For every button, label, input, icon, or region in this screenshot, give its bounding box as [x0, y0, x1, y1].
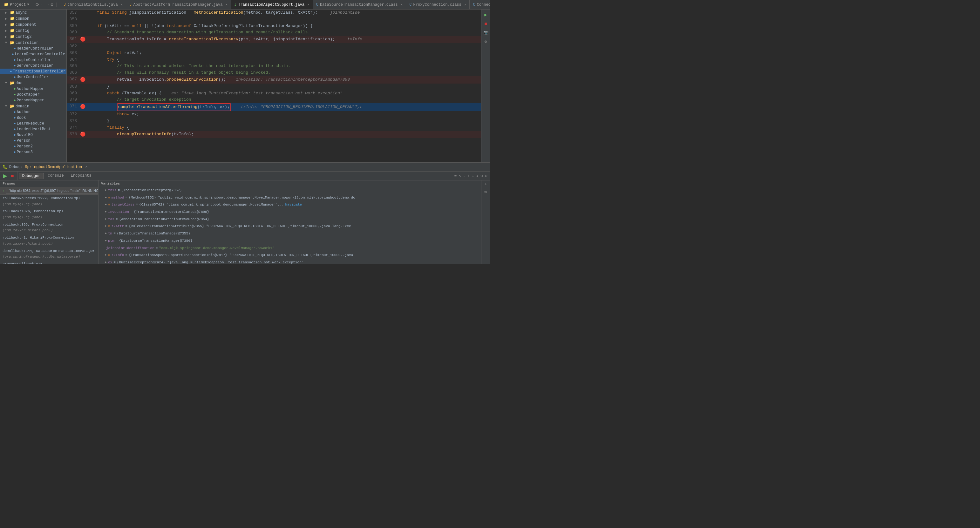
tab-close-icon[interactable]: × — [121, 3, 123, 7]
nav-prev-icon[interactable]: ← — [41, 2, 44, 7]
frame-item-dorollback[interactable]: doRollback:344, DataSourceTransactionMan… — [67, 248, 98, 261]
sidebar-item-config2[interactable]: ▶ 📁 config2 — [0, 34, 67, 40]
java-icon: J — [129, 3, 132, 7]
expand-var-icon[interactable]: ▶ — [105, 223, 107, 229]
breakpoint-icon[interactable]: 🔴 — [80, 132, 86, 137]
frame-item-rollbacknochecks[interactable]: rollbackNoChecks:1929, ConnectionImpl (c… — [67, 195, 98, 208]
sidebar-item-servercontroller[interactable]: ● ServerController — [0, 63, 67, 68]
file-icon: ● — [14, 133, 16, 137]
frame-item-processrollback[interactable]: processRollback:835, AbstractPlatformTra… — [67, 261, 98, 264]
sidebar-item-common[interactable]: ▶ 📁 common — [0, 16, 67, 22]
breakpoints-icon[interactable]: ⊙ — [480, 173, 481, 178]
sidebar-item-learnresouce[interactable]: ● LearnResouce — [0, 121, 67, 126]
tab-chronization[interactable]: J chronizationUtils.java × — [60, 0, 126, 9]
sidebar-item-label: ServerController — [17, 64, 53, 68]
sidebar-item-headercontroller[interactable]: ● HeaderController — [0, 46, 67, 51]
file-icon: ● — [14, 116, 16, 120]
thread-select[interactable]: "http-nio-8081-exec-2"@6,897 in group "m… — [67, 188, 99, 194]
nav-next-icon[interactable]: → — [46, 2, 49, 7]
tab-endpoints[interactable]: Endpoints — [68, 173, 95, 179]
expand-var-icon[interactable]: ▶ — [105, 216, 107, 222]
thread-row: ✓ "http-nio-8081-exec-2"@6,897 in group … — [67, 187, 98, 195]
expand-var-icon[interactable]: ▶ — [105, 202, 107, 207]
sidebar-item-transactionalcontroller[interactable]: ● TransactionalController — [0, 68, 67, 74]
tab-transaction-aspect[interactable]: J TransactionAspectSupport.java × — [231, 0, 313, 9]
folder-icon: 📂 — [10, 104, 14, 109]
sidebar-item-controller[interactable]: ▼ 📂 controller — [0, 40, 67, 46]
settings-gear-icon[interactable]: ⚙ — [485, 39, 487, 44]
sidebar-item-bookmapper[interactable]: ● BookMapper — [0, 92, 67, 97]
sidebar-item-book[interactable]: ● Book — [0, 115, 67, 121]
sidebar-item-logincontroller[interactable]: ● LoginController — [0, 57, 67, 63]
expand-var-icon[interactable]: ▶ — [105, 188, 107, 193]
restore-layout-icon[interactable]: ≡ — [454, 173, 457, 178]
tab-datasource[interactable]: C DataSourceTransactionManager.class × — [313, 0, 406, 9]
breakpoint-icon[interactable]: 🔴 — [80, 104, 86, 109]
folder-icon: 📂 — [10, 40, 14, 45]
sidebar-item-person[interactable]: ● Person — [0, 138, 67, 143]
sidebar-item-label: Person — [17, 138, 30, 143]
step-into-icon[interactable]: ↓ — [463, 173, 466, 178]
tab-close-icon[interactable]: × — [464, 3, 466, 7]
sidebar-item-authormapper[interactable]: ● AuthorMapper — [0, 86, 67, 92]
sidebar-item-learnresource[interactable]: ● LearnResourceControlle — [0, 51, 67, 57]
expand-var-icon[interactable]: ▶ — [105, 209, 107, 215]
expand-var-icon[interactable]: ▶ — [105, 259, 107, 264]
project-tab[interactable]: 📁 Project ▼ — [0, 0, 33, 9]
sidebar-item-person2[interactable]: ● Person2 — [0, 143, 67, 149]
breakpoint-icon[interactable]: 🔴 — [80, 77, 86, 82]
tab-abstract[interactable]: J AbstractPlatformTransactionManager.jav… — [126, 0, 231, 9]
expand-var-icon[interactable]: ▶ — [105, 238, 107, 243]
tab-proxy[interactable]: C ProxyConnection.class × — [406, 0, 470, 9]
sync-icon[interactable]: ⟳ — [36, 2, 40, 7]
sidebar-item-personmapper[interactable]: ● PersonMapper — [0, 97, 67, 103]
step-out-icon[interactable]: ↑ — [468, 173, 470, 178]
class-icon: C — [473, 3, 475, 7]
run-to-cursor-icon[interactable]: ↡ — [472, 173, 474, 178]
code-line-369: 369 catch (Throwable ex) { ex: "java.lan… — [67, 90, 481, 97]
sidebar-item-config[interactable]: ▶ 📁 config — [0, 28, 67, 34]
breakpoint-icon[interactable]: 🔴 — [80, 37, 86, 42]
tab-close-icon[interactable]: × — [225, 3, 228, 7]
sidebar-item-component[interactable]: ▶ 📁 component — [0, 22, 67, 28]
sidebar-item-domain[interactable]: ▼ 📂 domain — [0, 103, 67, 109]
sidebar-item-author[interactable]: ● Author — [0, 109, 67, 115]
debug-app-name: SpringbootDemoApplication — [67, 165, 82, 169]
debug-close-icon[interactable]: × — [85, 165, 88, 169]
step-over-icon[interactable]: ↷ — [458, 173, 461, 178]
file-icon: ● — [14, 75, 16, 79]
sidebar-item-usercontroller[interactable]: ● UserController — [0, 74, 67, 80]
expand-var-icon[interactable]: ▶ — [105, 195, 107, 200]
settings-icon[interactable]: ⚙ — [51, 2, 53, 7]
frame-item-rollback396[interactable]: rollback:396, ProxyConnection (com.zaxxe… — [67, 221, 98, 234]
evaluate-icon[interactable]: ✈ — [476, 173, 479, 178]
var-tm: ▶ tm = {DataSourceTransactionManager@735… — [99, 230, 481, 237]
folder-icon: 📂 — [10, 81, 14, 86]
var-tas: ▶ tas = {AnnotationTransactionAttributeS… — [99, 216, 481, 223]
sidebar-item-async[interactable]: ▶ 📁 async — [0, 10, 67, 16]
navigate-link[interactable]: Navigate — [285, 202, 302, 208]
tab-console[interactable]: Console — [67, 173, 67, 179]
frame-item-rollback-1[interactable]: rollback:-1, HikariProxyConnection (com.… — [67, 234, 98, 247]
sidebar-item-dao[interactable]: ▼ 📂 dao — [0, 80, 67, 86]
expand-var-icon[interactable]: ▶ — [105, 252, 107, 258]
expand-var-icon[interactable]: ▶ — [105, 231, 107, 236]
play-icon[interactable]: ▶ — [484, 12, 487, 17]
sidebar-item-label: common — [16, 16, 29, 21]
tab-close-icon[interactable]: × — [401, 3, 403, 7]
sidebar-item-label: LearnResouce — [17, 121, 44, 126]
tab-connection[interactable]: C ConnectionImpl.class × — [470, 0, 490, 9]
debug-content: Frames ✓ "http-nio-8081-exec-2"@6,897 in… — [67, 180, 481, 264]
frame-item-rollback1826[interactable]: rollback:1826, ConnectionImpl (com.mysql… — [67, 208, 98, 221]
code-line-364: 364 try { — [67, 57, 481, 63]
tab-close-icon[interactable]: × — [307, 3, 310, 7]
folder-icon: 📁 — [10, 22, 14, 27]
sidebar-item-person3[interactable]: ● Person3 — [0, 149, 67, 155]
camera-icon[interactable]: 📷 — [483, 30, 488, 35]
sidebar-item-novelbo[interactable]: ● NovelBO — [0, 132, 67, 138]
folder-icon: 📁 — [10, 10, 14, 15]
stop-icon[interactable]: ■ — [484, 21, 487, 26]
var-txattr: ▶ ⊕ txAttr = {RuleBasedTransactionAttrib… — [99, 223, 481, 230]
variables-header: Variables — [99, 180, 481, 187]
sidebar-item-loaderheartbeat[interactable]: ● LoaderHeartBeat — [0, 126, 67, 132]
